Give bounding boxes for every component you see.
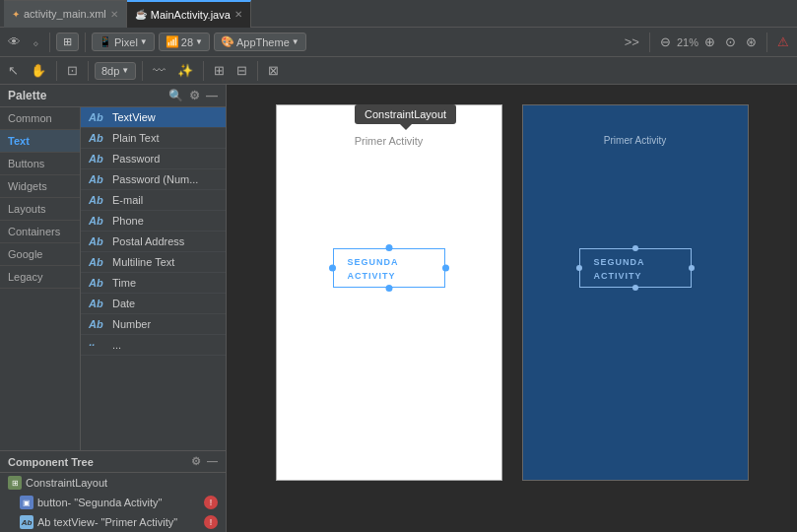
margin-btn[interactable]: 8dp ▼	[95, 62, 136, 80]
dark-handle-bottom	[632, 285, 638, 291]
plaintext-icon: Ab	[89, 132, 106, 144]
api-btn[interactable]: 📶 28 ▼	[159, 33, 210, 51]
pan-icon[interactable]: ✋	[27, 61, 50, 80]
sep4	[766, 33, 767, 52]
palette-item-date-label: Date	[112, 298, 135, 309]
palette-cat-layouts[interactable]: Layouts	[0, 198, 80, 221]
palette-item-password-num[interactable]: Ab Password (Num...	[81, 169, 226, 190]
button-icon: ▣	[20, 496, 33, 509]
orientation-btn[interactable]: ⊞	[56, 33, 79, 51]
palette-item-plaintext[interactable]: Ab Plain Text	[81, 128, 226, 149]
palette-item-date[interactable]: Ab Date	[81, 294, 226, 314]
more-icon[interactable]: >>	[621, 33, 643, 51]
handle-top	[385, 244, 392, 251]
dark-handle-right	[689, 265, 695, 271]
tree-button-label: button- "Segunda Activity"	[37, 497, 162, 508]
dark-canvas-label: Primer Activity	[604, 135, 666, 146]
zoom-controls: ⊖ 21% ⊕ ⊙ ⊛	[656, 33, 761, 51]
palette-cat-widgets[interactable]: Widgets	[0, 175, 80, 198]
canvas-button-light-text: SEGUNDA ACTIVITY	[348, 257, 399, 281]
palette-item-email[interactable]: Ab E-mail	[81, 190, 226, 211]
password-num-icon: Ab	[89, 173, 106, 185]
tab-main-activity[interactable]: ☕ MainActivity.java ✕	[127, 0, 251, 28]
api-label: 28	[181, 36, 193, 48]
canvas-area[interactable]: ConstraintLayout Primer Activity SEGUNDA	[227, 85, 797, 532]
xml-icon: ✦	[12, 9, 20, 20]
sep9	[257, 61, 258, 81]
select-icon[interactable]: ↖	[4, 61, 23, 80]
design-icon[interactable]: ⬦	[29, 34, 43, 50]
palette-item-password-label: Password	[112, 153, 160, 165]
palette-item-multiline[interactable]: Ab Multiline Text	[81, 252, 226, 273]
zoom-reset-icon[interactable]: ⊛	[742, 33, 761, 51]
theme-dropdown-icon: ▼	[292, 37, 299, 46]
zoom-out-icon[interactable]: ⊖	[656, 33, 675, 51]
dark-button-container[interactable]: SEGUNDA ACTIVITY	[579, 248, 692, 288]
device-btn[interactable]: 📱 Pixel ▼	[92, 33, 155, 51]
zoom-level: 21%	[677, 36, 698, 48]
palette-item-password[interactable]: Ab Password	[81, 149, 226, 169]
palette-items: Ab TextView Ab Plain Text Ab Password Ab…	[81, 107, 226, 450]
palette-item-number[interactable]: Ab Number	[81, 314, 226, 335]
tree-collapse-icon[interactable]: —	[207, 455, 218, 468]
password-icon: Ab	[89, 153, 106, 165]
dark-handle-left	[576, 265, 582, 271]
number-icon: Ab	[89, 318, 106, 330]
component-tree: Component Tree ⚙ — ⊞ ConstraintLayout ▣ …	[0, 450, 226, 532]
palette-settings-icon[interactable]: ⚙	[189, 89, 200, 102]
palette-item-more[interactable]: ·· ...	[81, 335, 226, 356]
light-phone-frame: Primer Activity SEGUNDA ACTIVITY	[276, 104, 502, 481]
multiline-icon: Ab	[89, 256, 106, 268]
tree-constraint-layout[interactable]: ⊞ ConstraintLayout	[0, 473, 226, 493]
theme-icon: 🎨	[221, 35, 234, 48]
palette-item-postal-label: Postal Address	[112, 235, 184, 247]
palette-item-time[interactable]: Ab Time	[81, 273, 226, 294]
device-dropdown-icon: ▼	[140, 37, 148, 46]
path-icon[interactable]: 〰	[149, 61, 169, 80]
palette-body: Common Text Buttons Widgets Layouts Cont…	[0, 107, 226, 450]
palette-header: Palette 🔍 ⚙ —	[0, 85, 226, 107]
palette-cat-common[interactable]: Common	[0, 107, 80, 130]
palette-collapse-icon[interactable]: —	[206, 89, 218, 102]
palette-cat-buttons[interactable]: Buttons	[0, 153, 80, 175]
tree-button[interactable]: ▣ button- "Segunda Activity" !	[0, 493, 226, 512]
palette-title: Palette	[8, 89, 46, 102]
tab-activity-main-close[interactable]: ✕	[110, 9, 118, 20]
canvas-button-dark[interactable]: SEGUNDA ACTIVITY	[579, 248, 692, 288]
palette-item-textview[interactable]: Ab TextView	[81, 107, 226, 128]
dark-phone-frame: Primer Activity SEGUNDA ACTIVITY	[522, 104, 749, 481]
zoom-in-icon[interactable]: ⊕	[700, 33, 719, 51]
palette-item-phone[interactable]: Ab Phone	[81, 211, 226, 232]
tree-textview-label: Ab textView- "Primer Activity"	[37, 516, 177, 528]
align-icon[interactable]: ⊞	[210, 61, 229, 80]
palette-cat-legacy[interactable]: Legacy	[0, 266, 80, 289]
guide-icon[interactable]: ⊟	[232, 61, 251, 80]
palette-cat-google[interactable]: Google	[0, 243, 80, 266]
time-icon: Ab	[89, 277, 106, 289]
palette-item-time-label: Time	[112, 277, 136, 289]
selected-button-container[interactable]: SEGUNDA ACTIVITY	[333, 248, 445, 288]
palette-cat-containers[interactable]: Containers	[0, 221, 80, 243]
warning-icon[interactable]: ⚠	[773, 33, 793, 51]
sep5	[56, 61, 57, 81]
palette-search-icon[interactable]: 🔍	[168, 89, 183, 102]
eye-icon[interactable]: 👁	[4, 33, 25, 51]
palette-cat-text[interactable]: Text	[0, 130, 80, 153]
canvas-button-light[interactable]: SEGUNDA ACTIVITY	[333, 248, 445, 288]
chain-icon[interactable]: ⊠	[264, 61, 283, 80]
palette-item-postal[interactable]: Ab Postal Address	[81, 232, 226, 252]
zoom-fit-icon[interactable]: ⊙	[721, 33, 740, 51]
device-label: Pixel	[114, 36, 138, 48]
tree-textview[interactable]: Ab Ab textView- "Primer Activity" !	[0, 512, 226, 532]
textview-error-badge: !	[204, 515, 218, 529]
tab-activity-main[interactable]: ✦ activity_main.xml ✕	[4, 0, 127, 28]
palette-item-more-label: ...	[112, 339, 121, 351]
margin-label: 8dp	[101, 65, 119, 77]
margin-dropdown-icon: ▼	[121, 66, 129, 75]
theme-btn[interactable]: 🎨 AppTheme ▼	[214, 33, 306, 51]
constraint-icon[interactable]: ⊡	[63, 61, 82, 80]
magic-icon[interactable]: ✨	[173, 61, 197, 80]
orientation-icon: ⊞	[63, 35, 72, 48]
tree-settings-icon[interactable]: ⚙	[191, 455, 201, 468]
tab-main-activity-close[interactable]: ✕	[234, 9, 242, 20]
